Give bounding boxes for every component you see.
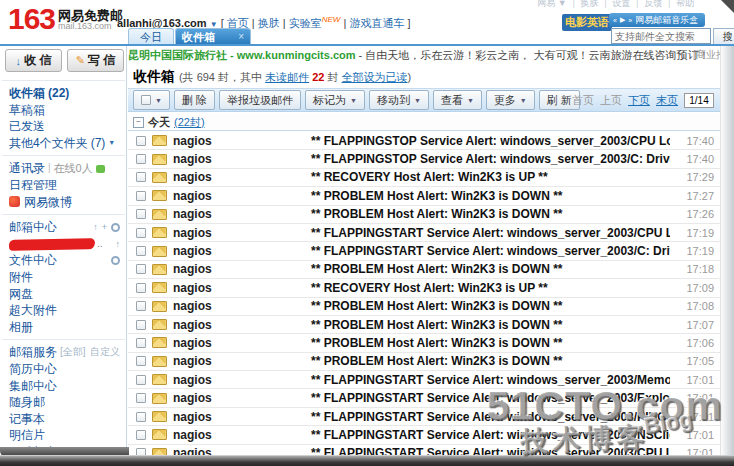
folder-label: 收件箱 [9, 85, 45, 102]
music-box-label[interactable]: 网易邮箱音乐盒 ▾ [635, 14, 701, 27]
sidebar-folder-item[interactable]: 草稿箱 [0, 102, 127, 119]
table-row[interactable]: nagios** FLAPPINGSTART Service Alert: wi… [128, 224, 720, 242]
sidebar-center-item[interactable]: 网盘 [0, 286, 127, 303]
row-checkbox[interactable] [136, 375, 146, 385]
sidebar-center-item[interactable]: 相册 [0, 319, 127, 336]
mark-all-read-link[interactable]: 全部设为已读 [342, 71, 408, 83]
music-box-bar[interactable]: « ▶ » 网易邮箱音乐盒 ▾ [609, 13, 705, 27]
sidebar-folder-item[interactable]: 收件箱(22) [0, 85, 127, 102]
sidebar-folder-item[interactable]: 已发送 [0, 118, 127, 135]
nav-link-1[interactable]: 首页 [227, 17, 249, 29]
select-all-checkbox[interactable] [141, 95, 151, 105]
sidebar-service-item[interactable]: 集邮中心 [0, 378, 127, 395]
user-email[interactable]: allanhi@163.com [117, 17, 207, 29]
row-checkbox[interactable] [136, 246, 146, 256]
row-checkbox[interactable] [136, 191, 146, 201]
row-checkbox[interactable] [136, 209, 146, 219]
table-row[interactable]: nagios** PROBLEM Host Alert: Win2K3 is D… [128, 187, 720, 205]
row-checkbox[interactable] [136, 172, 146, 182]
table-row[interactable]: nagios** RECOVERY Host Alert: Win2K3 is … [128, 279, 720, 297]
sidebar-tool-item[interactable]: 通讯录|在线0人 [0, 160, 127, 177]
first-page-link[interactable]: 首页 [572, 93, 594, 108]
more-dropdown[interactable]: 更多 ▼ [486, 90, 535, 110]
row-checkbox[interactable] [136, 228, 146, 238]
select-all-dropdown[interactable]: ▼ [133, 90, 170, 110]
table-row[interactable]: nagios** FLAPPINGSTART Service Alert: wi… [128, 242, 720, 260]
tab-today[interactable]: 今日 [128, 28, 174, 45]
vertical-scrollbar[interactable] [720, 46, 734, 456]
corner-peel-icon[interactable] [721, 0, 734, 13]
ad-advertiser[interactable]: 昆明中国国际旅行社 [128, 49, 227, 61]
receive-mail-button[interactable]: ↓ 收 信 [5, 49, 62, 72]
row-checkbox[interactable] [136, 154, 146, 164]
sidebar-center-item[interactable]: 附件 [0, 269, 127, 286]
table-row[interactable]: nagios** PROBLEM Host Alert: Win2K3 is D… [128, 316, 720, 334]
table-row[interactable]: nagios** FLAPPINGSTART Service Alert: wi… [128, 371, 720, 389]
row-checkbox[interactable] [136, 412, 146, 422]
compose-mail-button[interactable]: ✎ 写 信 [67, 49, 124, 72]
row-checkbox[interactable] [136, 301, 146, 311]
sidebar-service-item[interactable]: 随身邮 [0, 394, 127, 411]
music-prev-icon[interactable]: « [613, 17, 617, 24]
sidebar-tool-item[interactable]: 网易微博 [0, 194, 127, 211]
upload-icon[interactable]: ↑ [116, 236, 121, 253]
contact-up-icon[interactable]: ↑ [93, 219, 98, 236]
tab-inbox[interactable]: 收件箱 × [175, 28, 251, 44]
sidebar-service-item[interactable]: 明信片 [0, 427, 127, 444]
move-to-dropdown[interactable]: 移动到 ▼ [369, 90, 429, 110]
movie-english-link[interactable]: 电影英语 [562, 14, 612, 31]
row-checkbox[interactable] [136, 393, 146, 403]
sidebar-folder-item[interactable]: 其他4个文件夹(7)▼ [0, 135, 127, 152]
table-row[interactable]: nagios** FLAPPINGSTART Service Alert: wi… [128, 426, 720, 444]
collapse-icon[interactable]: − [133, 117, 144, 128]
row-checkbox[interactable] [136, 283, 146, 293]
table-row[interactable]: nagios** PROBLEM Host Alert: Win2K3 is D… [128, 261, 720, 279]
nav-link-4[interactable]: 游戏直通车 [349, 17, 404, 29]
table-row[interactable]: nagios** FLAPPINGSTART Service Alert: wi… [128, 408, 720, 426]
tab-close-icon[interactable]: × [238, 29, 244, 45]
report-spam-button[interactable]: 举报垃圾邮件 [219, 90, 301, 110]
table-row[interactable]: nagios** FLAPPINGSTOP Service Alert: win… [128, 132, 720, 150]
table-row[interactable]: nagios** FLAPPINGSTOP Service Alert: win… [128, 150, 720, 168]
table-row[interactable]: nagios** PROBLEM Host Alert: Win2K3 is D… [128, 206, 720, 224]
search-input[interactable] [611, 28, 711, 44]
ad-banner[interactable]: 昆明中国国际旅行社 - www.kunmingcits.com - 自由天地，乐… [128, 46, 720, 64]
last-page-link[interactable]: 末页 [656, 93, 678, 108]
delete-button[interactable]: 删 除 [174, 90, 215, 110]
table-row[interactable]: nagios** PROBLEM Host Alert: Win2K3 is D… [128, 353, 720, 371]
customize-link[interactable]: 自定义 [90, 344, 120, 361]
sidebar-service-item[interactable]: 记事本 [0, 411, 127, 428]
plus-icon[interactable]: + [102, 219, 107, 236]
row-checkbox[interactable] [136, 264, 146, 274]
table-row[interactable]: nagios** PROBLEM Host Alert: Win2K3 is D… [128, 334, 720, 352]
row-checkbox[interactable] [136, 136, 146, 146]
view-dropdown[interactable]: 查看 ▼ [433, 90, 482, 110]
prev-page-link[interactable]: 上页 [600, 93, 622, 108]
page-number-input[interactable] [684, 93, 714, 108]
gear-icon[interactable] [111, 256, 120, 265]
mark-as-dropdown[interactable]: 标记为 ▼ [305, 90, 365, 110]
unread-link[interactable]: 未读邮件 [265, 71, 309, 83]
sidebar-item-services[interactable]: 邮箱服务 [全部] 自定义 [0, 344, 127, 361]
sidebar-service-item[interactable]: 简历中心 [0, 361, 127, 378]
music-next-icon[interactable]: » [628, 17, 632, 24]
table-row[interactable]: nagios** FLAPPINGSTART Service Alert: wi… [128, 389, 720, 407]
table-row[interactable]: nagios** RECOVERY Host Alert: Win2K3 is … [128, 169, 720, 187]
sidebar-center-item[interactable]: 文件中心 [0, 252, 127, 269]
next-page-link[interactable]: 下页 [628, 93, 650, 108]
row-checkbox[interactable] [136, 338, 146, 348]
group-count-link[interactable]: (22封) [174, 115, 205, 130]
nav-link-2[interactable]: 换肤 [258, 17, 280, 29]
nav-link-3[interactable]: 实验室NEW [289, 17, 341, 29]
row-checkbox[interactable] [136, 320, 146, 330]
sidebar-tool-item[interactable]: 日程管理 [0, 177, 127, 194]
ad-url[interactable]: www.kunmingcits.com [237, 49, 356, 61]
music-play-icon[interactable]: ▶ [620, 16, 625, 24]
sidebar-center-item[interactable]: 邮箱中心↑+ [0, 219, 127, 236]
gear-icon[interactable] [111, 223, 120, 232]
row-checkbox[interactable] [136, 430, 146, 440]
sidebar-redacted-item[interactable]: ..↑ [0, 236, 127, 253]
table-row[interactable]: nagios** PROBLEM Host Alert: Win2K3 is D… [128, 298, 720, 316]
row-checkbox[interactable] [136, 356, 146, 366]
sidebar-center-item[interactable]: 超大附件 [0, 302, 127, 319]
